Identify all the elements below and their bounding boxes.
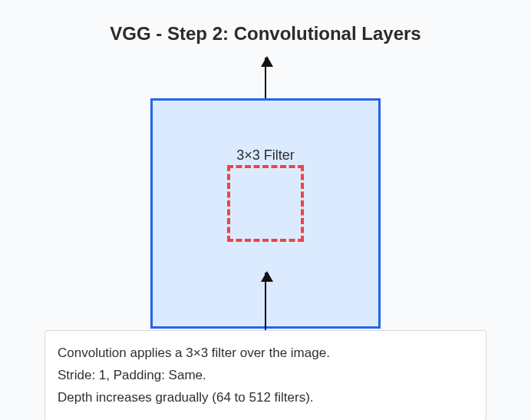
page: VGG - Step 2: Convolutional Layers 3×3 F… <box>0 0 531 420</box>
arrow-output-icon <box>265 58 266 100</box>
caption-line-3: Depth increases gradually (64 to 512 fil… <box>58 389 473 407</box>
filter-window <box>227 165 304 242</box>
diagram-area: 3×3 Filter <box>0 73 531 330</box>
caption-line-1: Convolution applies a 3×3 filter over th… <box>58 345 473 362</box>
page-title: VGG - Step 2: Convolutional Layers <box>0 0 531 45</box>
filter-label: 3×3 Filter <box>236 147 295 164</box>
arrow-input-icon <box>265 273 266 330</box>
caption-line-2: Stride: 1, Padding: Same. <box>58 367 473 385</box>
caption-box: Convolution applies a 3×3 filter over th… <box>45 330 486 420</box>
